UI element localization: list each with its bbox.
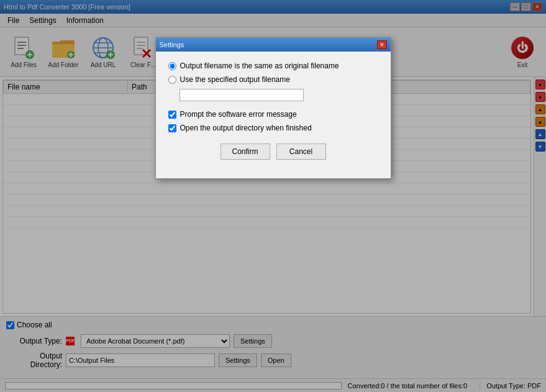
- filename-input-row: [180, 89, 378, 101]
- confirm-button[interactable]: Confirm: [221, 144, 270, 160]
- settings-modal: Settings ✕ Output filename is the same a…: [155, 37, 391, 179]
- modal-body: Output filename is the same as original …: [156, 52, 391, 178]
- radio1-label: Output filename is the same as original …: [180, 62, 339, 70]
- checkbox2-input[interactable]: [168, 124, 176, 132]
- checkbox2-label: Open the output directory when finished: [180, 124, 312, 132]
- filename-input[interactable]: [180, 89, 304, 101]
- modal-close-button[interactable]: ✕: [377, 40, 387, 49]
- radio1-input[interactable]: [168, 62, 176, 70]
- radio2-input[interactable]: [168, 76, 176, 84]
- modal-buttons: Confirm Cancel: [168, 137, 378, 168]
- modal-title: Settings: [160, 41, 184, 48]
- radio2-row: Use the specified output filename: [168, 75, 378, 84]
- checkbox1-row: Prompt the software error message: [168, 110, 378, 119]
- checkbox2-row: Open the output directory when finished: [168, 124, 378, 132]
- radio2-label: Use the specified output filename: [180, 75, 290, 84]
- checkbox1-label: Prompt the software error message: [180, 110, 297, 119]
- modal-overlay: Settings ✕ Output filename is the same a…: [0, 0, 546, 392]
- checkbox1-input[interactable]: [168, 111, 176, 119]
- cancel-button[interactable]: Cancel: [276, 144, 326, 160]
- radio1-row: Output filename is the same as original …: [168, 62, 378, 70]
- modal-title-bar: Settings ✕: [156, 38, 391, 52]
